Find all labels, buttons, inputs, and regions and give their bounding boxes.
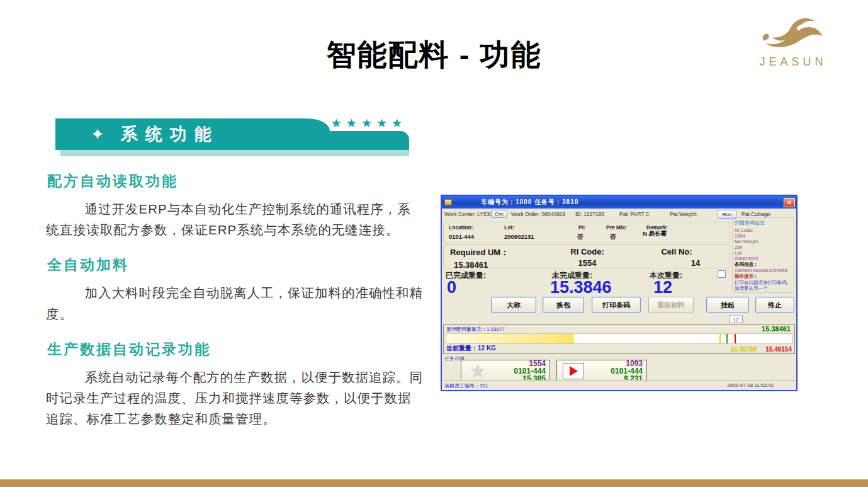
section-3: 生产数据自动记录功能 系统自动记录每个配方的生产数据，以便于数据追踪。同时记录生… bbox=[46, 340, 424, 430]
window-app-icon bbox=[444, 199, 452, 205]
jeasun-logo: JEASUN bbox=[757, 16, 830, 69]
scan-hint-text: 打印有问题请按打印条码。如需要从另一个 bbox=[735, 280, 792, 292]
premix-value: 否 bbox=[610, 233, 616, 241]
play-icon bbox=[561, 363, 586, 379]
lower-limit-value: 15.30769 bbox=[731, 346, 757, 353]
section-1-body: 通过开发ERP与本自动化生产控制系统的通讯程序，系统直接读取配方参数，保证ERP… bbox=[46, 198, 424, 240]
page-title: 智能配料 - 功能 bbox=[0, 35, 868, 75]
pat-label: Pat: PART C bbox=[619, 211, 650, 217]
banner-title: 系统功能 bbox=[121, 123, 219, 146]
scan-barcode-value: 10000015540813223935 bbox=[735, 268, 792, 273]
tick-green bbox=[726, 334, 728, 343]
done-weight-value: 0 bbox=[447, 278, 456, 297]
id-label: ID: 1227195 bbox=[575, 211, 604, 217]
current-weight-readout: 当前重量：12 KG bbox=[446, 344, 496, 353]
weight-checkbox[interactable] bbox=[718, 270, 726, 278]
jeasun-logo-text: JEASUN bbox=[757, 55, 830, 69]
progress-fill bbox=[446, 334, 574, 343]
section-2-heading: 全自动加料 bbox=[47, 255, 424, 275]
premix-label: Pre Mix: bbox=[606, 224, 627, 231]
task-card-1[interactable]: ★ 1554 0101-444 15.385 bbox=[461, 360, 550, 382]
location-label: Location: bbox=[449, 224, 473, 231]
required-groupbox: Required UM： 15.38461 RI Code: 1554 Cell… bbox=[443, 244, 730, 268]
remark-value: N 易长霉 bbox=[643, 230, 667, 238]
count-box: 12 bbox=[729, 316, 743, 323]
cell-no-value: 14 bbox=[633, 258, 721, 268]
required-um-value: 15.38461 bbox=[450, 260, 509, 270]
section-3-heading: 生产数据自动记录功能 bbox=[47, 340, 424, 359]
pat-cubage-label: Pat.Cubage: bbox=[741, 211, 771, 217]
current-weight-value: 12 bbox=[653, 278, 672, 297]
scan-net-label: Net.Weight: bbox=[735, 239, 792, 244]
close-button[interactable]: ✕ bbox=[784, 198, 795, 207]
scan-panel-title: 扫描条码信息 bbox=[735, 219, 792, 226]
ri-code-label: RI Code: bbox=[550, 247, 625, 256]
location-value: 0101-444 bbox=[449, 233, 474, 240]
progress-target-value: 15.38461 bbox=[762, 325, 791, 333]
section-2: 全自动加料 加入大料时段完全自动脱离人工，保证加料的准确性和精度。 bbox=[46, 255, 424, 324]
upper-limit-value: 15.46154 bbox=[765, 346, 792, 353]
pi-label: PI: bbox=[578, 224, 585, 231]
body-text-column: 配方自动读取功能 通过开发ERP与本自动化生产控制系统的通讯程序，系统直接读取配… bbox=[46, 171, 424, 444]
work-order-label: Work Order: 06040919 bbox=[511, 211, 565, 217]
employee-id-status: 当前员工编号：301 bbox=[444, 382, 488, 389]
print-barcode-button[interactable]: 打印条码 bbox=[592, 297, 641, 313]
progress-bar bbox=[446, 333, 792, 344]
work-center-label: Work Center: LY530 bbox=[444, 211, 492, 217]
progress-panel: 显示配料重量为：1.03977 15.38461 当前重量：12 KG 15.3… bbox=[443, 324, 795, 354]
cnc-button[interactable]: Cnc bbox=[491, 210, 507, 218]
section-banner: ✦ 系统功能 ★★★★★ bbox=[55, 118, 409, 158]
change-bag-button[interactable]: 换包 bbox=[543, 297, 584, 313]
lot-value: 200902131 bbox=[504, 233, 534, 240]
pat-weight-label: Pat.Weight: bbox=[670, 211, 697, 217]
tick-yellow bbox=[719, 334, 721, 343]
cell-no-label: Cell No: bbox=[633, 247, 721, 256]
status-bar: 当前员工编号：301 2009-07-08 11:53:42 bbox=[442, 380, 796, 390]
lot-label: Lot: bbox=[504, 224, 514, 231]
banner-low-bar bbox=[307, 131, 409, 150]
banner-shadow bbox=[60, 150, 409, 156]
remain-weight-value: 15.3846 bbox=[550, 278, 612, 297]
section-2-body: 加入大料时段完全自动脱离人工，保证加料的准确性和精度。 bbox=[46, 282, 424, 324]
section-3-body: 系统自动记录每个配方的生产数据，以便于数据追踪。同时记录生产过程的温度、压力和搅… bbox=[46, 367, 424, 430]
banner-curve bbox=[307, 118, 330, 131]
footer-gold-bar bbox=[0, 479, 868, 487]
fields-groupbox: Location: 0101-444 Lot: 200902131 PI: 否 … bbox=[443, 222, 730, 243]
section-1: 配方自动读取功能 通过开发ERP与本自动化生产控制系统的通讯程序，系统直接读取配… bbox=[46, 171, 424, 240]
terminate-button[interactable]: 终止 bbox=[755, 297, 794, 313]
task-card-2[interactable]: 1093 0101-444 9.231 bbox=[556, 360, 647, 382]
scan-info-panel: 扫描条码信息 RI Code: 1554 Net.Weight: 254 Lot… bbox=[732, 217, 794, 293]
window-titlebar: 车编号为：1000 任务号：3810 ✕ bbox=[442, 196, 796, 209]
button-row: 大称 换包 打印条码 重新称料 挂起 终止 bbox=[442, 297, 796, 313]
banner-stars-icon: ★★★★★ bbox=[331, 116, 407, 130]
scan-ri-label: RI Code: bbox=[735, 227, 792, 233]
reweigh-button: 重新称料 bbox=[648, 297, 694, 313]
weighing-app-window: 车编号为：1000 任务号：3810 ✕ Work Center: LY530 … bbox=[441, 195, 798, 391]
progress-start-label: 显示配料重量为：1.03977 bbox=[446, 326, 505, 333]
scan-lot-label: Lot: bbox=[735, 250, 792, 256]
jeasun-swoosh-icon bbox=[760, 44, 826, 55]
banner-bar: ✦ 系统功能 bbox=[55, 118, 307, 150]
pi-value: 否 bbox=[577, 233, 583, 241]
scan-ri-value: 1554 bbox=[735, 233, 792, 239]
window-title: 车编号为：1000 任务号：3810 bbox=[456, 198, 578, 207]
scan-hint-label: 操作提示： bbox=[735, 273, 792, 280]
star-icon: ★ bbox=[465, 362, 490, 381]
datetime-status: 2009-07-08 11:53:42 bbox=[727, 382, 774, 388]
required-um-label: Required UM： bbox=[450, 247, 509, 258]
scan-barcode-label: 条码信息： bbox=[735, 261, 792, 268]
scan-lot-value: 200813222 bbox=[735, 256, 792, 261]
sparkle-icon: ✦ bbox=[91, 125, 104, 144]
suspend-button[interactable]: 挂起 bbox=[706, 297, 749, 313]
tick-red bbox=[735, 334, 736, 343]
section-1-heading: 配方自动读取功能 bbox=[47, 171, 424, 191]
window-body: Work Center: LY530 Cnc Work Order: 06040… bbox=[442, 209, 796, 390]
scan-net-value: 254 bbox=[735, 244, 792, 250]
big-scale-button[interactable]: 大称 bbox=[491, 297, 536, 313]
ri-code-value: 1554 bbox=[550, 258, 625, 268]
